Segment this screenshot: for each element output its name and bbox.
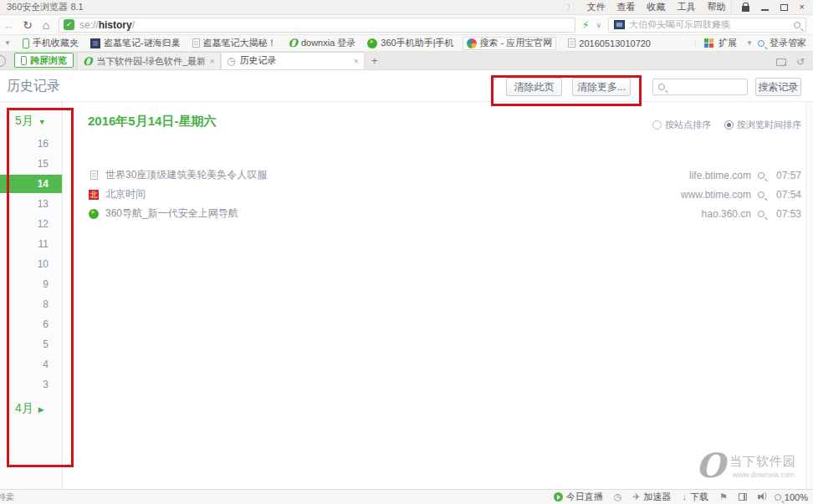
menu-view[interactable]: 查看 [617, 1, 636, 13]
live-today-button[interactable]: 今日直播 [554, 491, 603, 503]
login-manager-label[interactable]: 登录管家 [770, 37, 806, 49]
zoom-control[interactable]: 100% [775, 492, 808, 502]
bookmark-yingyongbao[interactable]: 搜索 - 应用宝官网 [463, 37, 557, 50]
cross-screen-button[interactable]: 跨屏浏览 [14, 53, 74, 68]
bookmark-daomubiji-secret[interactable]: 盗墓笔记大揭秘！ [192, 37, 277, 49]
reopen-closed-tab-icon[interactable]: ↺ [796, 57, 805, 67]
tab-history[interactable]: ◷ 历史记录 × [221, 52, 365, 69]
page-title: 历史记录 [7, 78, 60, 95]
menu-tools[interactable]: 工具 [678, 1, 696, 13]
tab-close-icon[interactable]: × [210, 56, 215, 66]
zoom-level: 100% [785, 492, 808, 502]
tab-close-icon[interactable]: × [354, 56, 359, 66]
bookmark-mobile-favorites[interactable]: 手机收藏夹 [23, 37, 79, 49]
status-right-tools: 今日直播 ◷ ✈ 加速器 ↓ 下载 ⚑ 100% [554, 491, 808, 503]
status-left-label[interactable]: 特卖 [0, 491, 14, 503]
extensions-grid-icon[interactable] [704, 38, 713, 48]
page-timer-icon[interactable]: ◷ [614, 492, 622, 501]
home-button[interactable]: ⌂ [37, 18, 55, 32]
sort-by-time-radio[interactable]: 按浏览时间排序 [724, 119, 801, 131]
pinwheel-icon [467, 38, 477, 48]
bookmark-label: 搜索 - 应用宝官网 [480, 37, 553, 49]
bookmarks-dropdown-icon[interactable]: ▼ [4, 39, 11, 47]
menu-file[interactable]: 文件 [587, 1, 606, 13]
downxia-logo-icon: O [696, 449, 725, 482]
minimize-button[interactable] [761, 9, 769, 11]
annotation-box-sidebar [7, 108, 74, 467]
menu-favorites[interactable]: 收藏 [647, 1, 666, 13]
downxia-icon: O [83, 56, 92, 67]
chevron-down-icon[interactable]: ∨ [596, 21, 601, 29]
tab-downxia-site[interactable]: O 当下软件园-绿色软件_最新绿色 × [77, 52, 221, 69]
history-page: 历史记录 清除此页 清除更多... 搜索记录 5月▼ 16 15 14 13 1… [0, 70, 813, 489]
entry-domain[interactable]: hao.360.cn [702, 208, 751, 220]
scrollbar[interactable] [805, 102, 813, 489]
watermark-url: www.downxia.com [733, 471, 795, 479]
history-list: 2016年5月14日-星期六 按站点排序 按浏览时间排序 世界30座顶级建筑美轮… [63, 102, 813, 489]
search-domain-icon[interactable] [758, 172, 764, 179]
bookmark-daomubiji[interactable]: 盗墓笔记-谜海归巢 [90, 37, 181, 49]
back-button[interactable]: ← [0, 18, 18, 32]
login-manager-icon [758, 40, 764, 47]
speaker-icon[interactable] [758, 495, 760, 499]
sidebar-panel-icon[interactable] [739, 493, 747, 501]
doc-icon [192, 38, 200, 48]
history-entry[interactable]: 北 北京时间 www.btime.com 07:54 [88, 185, 801, 204]
watermark-name: 当下软件园 [729, 454, 796, 470]
extensions-label[interactable]: 扩展 [718, 37, 737, 49]
bookmark-downxia[interactable]: O downxia 登录 [289, 37, 356, 49]
history-entry[interactable]: 360导航_新一代安全上网导航 hao.360.cn 07:53 [88, 204, 801, 223]
radio-icon [652, 120, 662, 130]
bookmark-numeric[interactable]: 20160513010720 [568, 38, 651, 48]
refresh-button[interactable]: ↻ [18, 18, 37, 32]
search-box[interactable]: 大伯仰头喝可乐四肢瘫痪 [608, 18, 806, 33]
beijing-time-icon: 北 [88, 190, 100, 200]
search-domain-icon[interactable] [758, 211, 764, 217]
play-circle-icon [554, 492, 563, 501]
menu-expander-icon[interactable]: 〉 [567, 2, 575, 13]
security-shield-icon: ✓ [64, 19, 74, 30]
flag-icon[interactable]: ⚑ [719, 492, 728, 501]
entry-domain[interactable]: www.btime.com [681, 189, 751, 201]
entry-title[interactable]: 北京时间 [105, 187, 681, 201]
360-nav-icon [88, 209, 100, 219]
entry-title[interactable]: 世界30座顶级建筑美轮美奂令人叹服 [105, 168, 689, 182]
history-search-input[interactable] [652, 79, 748, 95]
entry-title[interactable]: 360导航_新一代安全上网导航 [105, 206, 702, 221]
sort-by-site-radio[interactable]: 按站点排序 [652, 119, 711, 131]
menu-help[interactable]: 帮助 [708, 1, 726, 13]
app-title: 360安全浏览器 8.1 [7, 1, 84, 13]
shopping-bag-icon[interactable] [742, 6, 749, 12]
cross-screen-label: 跨屏浏览 [30, 54, 67, 67]
search-records-button[interactable]: 搜索记录 [755, 78, 801, 96]
bookmark-label: 手机收藏夹 [33, 37, 79, 49]
address-input[interactable]: ✓ se://history/ [59, 18, 575, 33]
downxia-icon: O [289, 38, 298, 48]
download-arrow-icon: ↓ [682, 492, 687, 501]
doc-icon [88, 171, 100, 180]
bookmark-360-assistant[interactable]: 360手机助手|手机 [367, 37, 453, 49]
history-entry[interactable]: 世界30座顶级建筑美轮美奂令人叹服 life.btime.com 07:57 [88, 165, 801, 185]
close-button[interactable]: × [800, 3, 805, 12]
tab-bar-right-tools: ↺ [776, 57, 805, 69]
extensions-dropdown-icon[interactable]: ▼ [746, 39, 753, 47]
session-circle-icon[interactable] [0, 55, 6, 67]
search-icon[interactable] [794, 22, 800, 28]
restore-window-icon[interactable] [776, 59, 786, 66]
hot-search-text[interactable]: 大伯仰头喝可乐四肢瘫痪 [629, 18, 794, 31]
radio-selected-icon [724, 120, 734, 130]
rocket-icon: ✈ [632, 492, 640, 501]
date-header: 2016年5月14日-星期六 [88, 114, 216, 130]
accelerator-button[interactable]: ✈ 加速器 [632, 491, 671, 503]
phone-icon [23, 38, 29, 48]
bookmark-label: 360手机助手|手机 [381, 37, 453, 49]
url-text: se://history/ [79, 19, 135, 31]
maximize-button[interactable] [780, 4, 788, 11]
new-tab-button[interactable]: + [365, 54, 386, 69]
download-button[interactable]: ↓ 下载 [682, 491, 708, 503]
360-icon [367, 38, 377, 48]
entry-domain[interactable]: life.btime.com [689, 170, 751, 181]
doc-icon [568, 38, 575, 48]
search-domain-icon[interactable] [758, 191, 764, 198]
speed-bolt-icon[interactable]: ⚡ [582, 19, 589, 31]
